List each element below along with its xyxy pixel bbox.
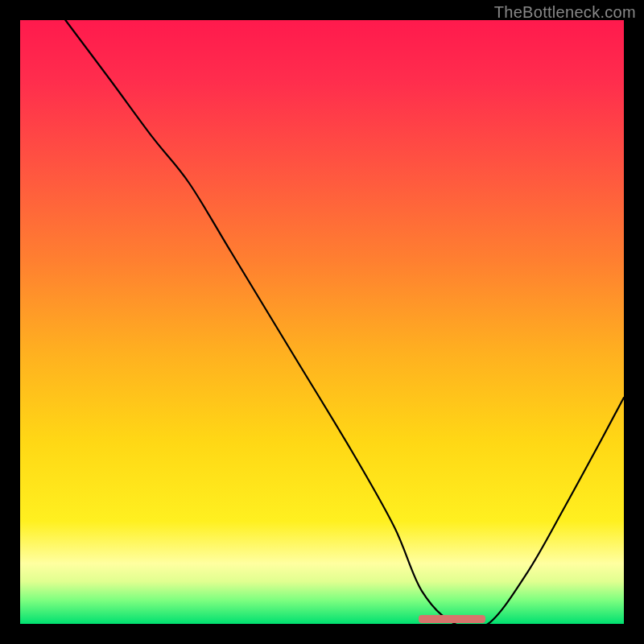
chart-stage: TheBottleneck.com: [0, 0, 644, 644]
bottleneck-curve: [65, 20, 624, 630]
curve-layer: [20, 20, 624, 624]
optimal-range-marker: [419, 615, 485, 623]
watermark-text: TheBottleneck.com: [494, 3, 636, 22]
plot-area: [20, 20, 624, 624]
